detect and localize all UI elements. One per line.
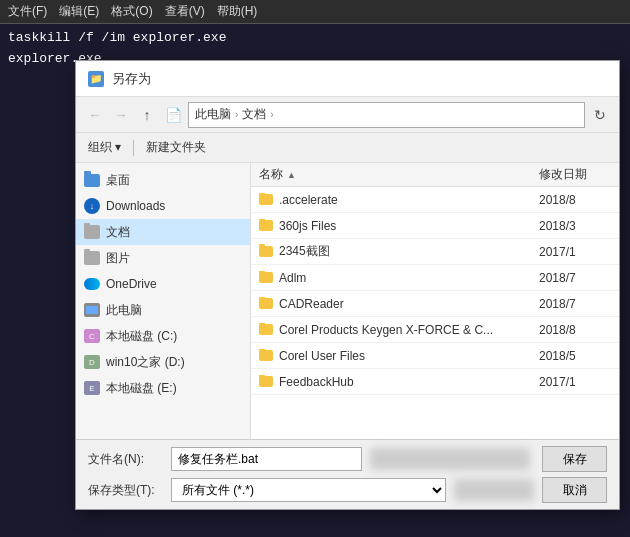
documents-icon	[84, 224, 100, 240]
table-row[interactable]: Corel User Files 2018/5	[251, 343, 619, 369]
terminal-line-1: taskkill /f /im explorer.exe	[8, 28, 226, 49]
sidebar: 桌面 ↓ Downloads 文档	[76, 163, 251, 439]
file-date-cell: 2018/7	[531, 297, 619, 311]
folder-icon-row	[259, 376, 273, 387]
file-name-cell: 2345截图	[251, 243, 531, 260]
filetype-select[interactable]: 所有文件 (*.*)	[171, 478, 446, 502]
table-row[interactable]: .accelerate 2018/8	[251, 187, 619, 213]
file-name-cell: FeedbackHub	[251, 375, 531, 389]
save-as-dialog: 📁 另存为 ← → ↑ 📄 此电脑 › 文档 › ↻ 组织 ▾ 新建文件夹 桌面	[75, 60, 620, 510]
file-date-cell: 2018/7	[531, 271, 619, 285]
forward-button[interactable]: →	[110, 104, 132, 126]
sidebar-item-thispc[interactable]: 此电脑	[76, 297, 250, 323]
blurred-area-2	[454, 479, 534, 501]
folder-icon-row	[259, 246, 273, 257]
filename-label: 文件名(N):	[88, 451, 163, 468]
folder-icon-row	[259, 298, 273, 309]
sidebar-label-onedrive: OneDrive	[106, 277, 157, 291]
sidebar-label-thispc: 此电脑	[106, 302, 142, 319]
drive-e-icon: E	[84, 380, 100, 396]
folder-icon-row	[259, 350, 273, 361]
file-name-cell: Adlm	[251, 271, 531, 285]
file-name-cell: Corel Products Keygen X-FORCE & C...	[251, 323, 531, 337]
onedrive-icon	[84, 276, 100, 292]
table-row[interactable]: 2345截图 2017/1	[251, 239, 619, 265]
file-date-cell: 2018/5	[531, 349, 619, 363]
save-button[interactable]: 保存	[542, 446, 607, 472]
organize-button[interactable]: 组织 ▾	[84, 137, 125, 158]
column-name[interactable]: 名称 ▲	[251, 166, 531, 183]
sidebar-label-desktop: 桌面	[106, 172, 130, 189]
column-date[interactable]: 修改日期	[531, 166, 619, 183]
filetype-row: 保存类型(T): 所有文件 (*.*) 取消	[88, 477, 607, 503]
new-folder-button[interactable]: 新建文件夹	[142, 137, 210, 158]
path-segment-docs: 文档	[242, 106, 266, 123]
menu-view[interactable]: 查看(V)	[165, 3, 205, 20]
sidebar-label-drive-d: win10之家 (D:)	[106, 354, 185, 371]
recent-button[interactable]: 📄	[162, 104, 184, 126]
folder-icon-row	[259, 194, 273, 205]
filetype-label: 保存类型(T):	[88, 482, 163, 499]
file-name-cell: Corel User Files	[251, 349, 531, 363]
folder-icon-row	[259, 272, 273, 283]
file-list-header: 名称 ▲ 修改日期	[251, 163, 619, 187]
toolbar: 组织 ▾ 新建文件夹	[76, 133, 619, 163]
downloads-icon: ↓	[84, 198, 100, 214]
filename-input[interactable]	[171, 447, 362, 471]
sidebar-label-downloads: Downloads	[106, 199, 165, 213]
file-date-cell: 2017/1	[531, 245, 619, 259]
folder-icon-row	[259, 220, 273, 231]
sidebar-item-downloads[interactable]: ↓ Downloads	[76, 193, 250, 219]
cancel-button[interactable]: 取消	[542, 477, 607, 503]
file-name-cell: 360js Files	[251, 219, 531, 233]
folder-icon-row	[259, 324, 273, 335]
drive-c-icon: C	[84, 328, 100, 344]
toolbar-separator	[133, 140, 134, 156]
back-button[interactable]: ←	[84, 104, 106, 126]
main-area: 桌面 ↓ Downloads 文档	[76, 163, 619, 439]
sidebar-item-drive-d[interactable]: D win10之家 (D:)	[76, 349, 250, 375]
sidebar-label-pictures: 图片	[106, 250, 130, 267]
file-name-cell: .accelerate	[251, 193, 531, 207]
table-row[interactable]: Adlm 2018/7	[251, 265, 619, 291]
menu-help[interactable]: 帮助(H)	[217, 3, 258, 20]
sidebar-label-drive-c: 本地磁盘 (C:)	[106, 328, 177, 345]
file-date-cell: 2018/8	[531, 323, 619, 337]
table-row[interactable]: Corel Products Keygen X-FORCE & C... 201…	[251, 317, 619, 343]
dialog-titlebar: 📁 另存为	[76, 61, 619, 97]
path-segment-pc: 此电脑	[195, 106, 231, 123]
file-date-cell: 2018/3	[531, 219, 619, 233]
dialog-title: 另存为	[112, 70, 151, 88]
address-bar[interactable]: 此电脑 › 文档 ›	[188, 102, 585, 128]
sidebar-item-drive-c[interactable]: C 本地磁盘 (C:)	[76, 323, 250, 349]
dialog-icon: 📁	[88, 71, 104, 87]
menu-bar: 文件(F) 编辑(E) 格式(O) 查看(V) 帮助(H)	[0, 0, 630, 24]
file-date-cell: 2017/1	[531, 375, 619, 389]
menu-file[interactable]: 文件(F)	[8, 3, 47, 20]
bottom-bar: 文件名(N): 保存 保存类型(T): 所有文件 (*.*) 取消	[76, 439, 619, 509]
sidebar-item-onedrive[interactable]: OneDrive	[76, 271, 250, 297]
filename-row: 文件名(N): 保存	[88, 446, 607, 472]
sidebar-label-drive-e: 本地磁盘 (E:)	[106, 380, 177, 397]
sidebar-item-drive-e[interactable]: E 本地磁盘 (E:)	[76, 375, 250, 401]
blurred-area-1	[370, 448, 530, 470]
up-button[interactable]: ↑	[136, 104, 158, 126]
sidebar-item-desktop[interactable]: 桌面	[76, 167, 250, 193]
sort-arrow: ▲	[287, 170, 296, 180]
table-row[interactable]: FeedbackHub 2017/1	[251, 369, 619, 395]
pictures-icon	[84, 250, 100, 266]
sidebar-item-documents[interactable]: 文档	[76, 219, 250, 245]
desktop-icon	[84, 172, 100, 188]
refresh-button[interactable]: ↻	[589, 104, 611, 126]
file-date-cell: 2018/8	[531, 193, 619, 207]
table-row[interactable]: 360js Files 2018/3	[251, 213, 619, 239]
file-list: 名称 ▲ 修改日期 .accelerate 2018/8 360js Files…	[251, 163, 619, 439]
sidebar-item-pictures[interactable]: 图片	[76, 245, 250, 271]
drive-d-icon: D	[84, 354, 100, 370]
menu-edit[interactable]: 编辑(E)	[59, 3, 99, 20]
thispc-icon	[84, 302, 100, 318]
file-name-cell: CADReader	[251, 297, 531, 311]
sidebar-label-documents: 文档	[106, 224, 130, 241]
table-row[interactable]: CADReader 2018/7	[251, 291, 619, 317]
menu-format[interactable]: 格式(O)	[111, 3, 152, 20]
